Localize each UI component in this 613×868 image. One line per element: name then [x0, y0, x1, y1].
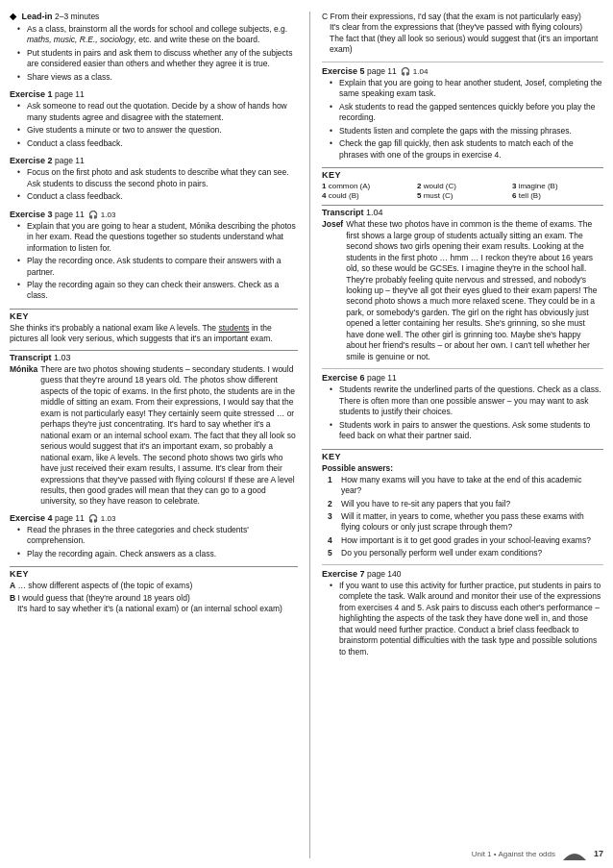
list-item: Play the recording again. Check answers … [17, 549, 298, 559]
exercise-4-section: Exercise 4 page 11 🎧 1.03 Read the phras… [10, 513, 298, 559]
key-5-item-6: 6 tell (B) [512, 191, 603, 200]
transcript-103-row: Mónika There are two photos showing stud… [10, 364, 298, 508]
list-item: Check the gap fill quickly, then ask stu… [330, 138, 603, 161]
exercise-6-section: Exercise 6 page 11 Students rewrite the … [322, 373, 603, 441]
section-divider-3 [322, 564, 603, 565]
section-divider-2 [322, 368, 603, 369]
list-item: 2Will you have to re-sit any papers that… [328, 499, 603, 509]
exercise-3-title: Exercise 3 page 11 🎧 1.03 [10, 210, 298, 219]
exercise-1-title: Exercise 1 page 11 [10, 89, 298, 99]
exercise-1-section: Exercise 1 page 11 Ask someone to read o… [10, 89, 298, 149]
lead-in-minutes: 2–3 minutes [55, 12, 99, 21]
footer-page-number: 17 [594, 849, 603, 858]
list-item: 1How many exams will you have to take at… [328, 475, 603, 497]
list-item: Focus on the first photo and ask student… [17, 167, 298, 189]
transcript-104-text: What these two photos have in common is … [346, 219, 603, 362]
list-item: 3Will it matter, in years to come, wheth… [328, 511, 603, 533]
key-c-text: C From their expressions, I'd say (that … [322, 12, 603, 56]
key-c-item-1: C From their expressions, I'd say (that … [322, 12, 603, 22]
transcript-104-box: Transcript 1.04 Josef What these two pho… [322, 205, 603, 362]
list-item: Read the phrases in the three categories… [17, 525, 298, 547]
exercise-7-bullets: If you want to use this activity for fur… [322, 581, 603, 657]
footer: Unit 1 • Against the odds 17 [10, 847, 603, 860]
exercise-7-section: Exercise 7 page 140 If you want to use t… [322, 569, 603, 657]
list-item: Students work in pairs to answer the que… [330, 420, 603, 442]
list-item: Students listen and complete the gaps wi… [330, 126, 603, 136]
list-item: 4How important is it to get good grades … [328, 535, 603, 546]
lead-in-bullets: As a class, brainstorm all the words for… [10, 24, 298, 83]
list-item: Play the recording once. Ask students to… [17, 256, 298, 278]
list-item: Conduct a class feedback. [17, 138, 298, 149]
transcript-104-speaker: Josef [322, 219, 343, 362]
list-item: Explain that you are going to hear a stu… [17, 221, 298, 254]
right-column: C From their expressions, I'd say (that … [322, 12, 603, 858]
section-divider-1 [322, 62, 603, 62]
exercise-2-bullets: Focus on the first photo and ask student… [10, 167, 298, 202]
list-item: Give students a minute or two to answer … [17, 125, 298, 136]
possible-answers-label: Possible answers: [322, 463, 603, 473]
list-item: Ask students to read the gapped sentence… [330, 102, 603, 124]
key-5-item-2: 2 would (C) [417, 182, 508, 190]
list-item: 5Do you personally perform well under ex… [328, 548, 603, 558]
lead-in-section: ◆ Lead-in 2–3 minutes As a class, brains… [10, 12, 298, 83]
key-5-box: KEY 1 common (A) 2 would (C) 3 imagine (… [322, 167, 603, 200]
transcript-104-row: Josef What these two photos have in comm… [322, 219, 603, 362]
list-item: Conduct a class feedback. [17, 191, 298, 202]
key-4-box: KEY A … show different aspects of (the t… [10, 566, 298, 614]
key-3-label: KEY [10, 309, 298, 321]
key-6-label: KEY [322, 449, 603, 461]
exercise-5-title: Exercise 5 page 11 🎧 1.04 [322, 66, 603, 76]
audio-icon-3: 🎧 [88, 211, 98, 219]
key-6-box: KEY Possible answers: 1How many exams wi… [322, 449, 603, 559]
transcript-104-label: Transcript 1.04 [322, 205, 603, 217]
audio-icon-4: 🎧 [88, 514, 98, 523]
exercise-6-bullets: Students rewrite the underlined parts of… [322, 384, 603, 441]
key-4-items: A … show different aspects of (the topic… [10, 581, 298, 614]
footer-unit-label: Unit 1 • Against the odds [472, 850, 555, 858]
key-5-label: KEY [322, 167, 603, 180]
exercise-4-title: Exercise 4 page 11 🎧 1.03 [10, 513, 298, 523]
transcript-103-box: Transcript 1.03 Mónika There are two pho… [10, 350, 298, 508]
list-item: Share views as a class. [17, 72, 298, 83]
key-5-item-4: 4 could (B) [322, 191, 413, 200]
list-item: As a class, brainstorm all the words for… [17, 24, 298, 46]
exercise-4-bullets: Read the phrases in the three categories… [10, 525, 298, 559]
footer-curve-icon [563, 847, 586, 860]
key-5-item-5: 5 must (C) [417, 191, 508, 200]
key-4-item-a: A … show different aspects of (the topic… [10, 581, 298, 591]
column-divider [309, 12, 310, 858]
list-item: Students rewrite the underlined parts of… [330, 384, 603, 417]
key-5-item-3: 3 imagine (B) [512, 182, 603, 190]
key-3-box: KEY She thinks it's probably a national … [10, 309, 298, 345]
transcript-103-text: There are two photos showing students – … [40, 364, 298, 508]
key-c-item-2: It's clear from the expressions that (th… [322, 22, 603, 33]
left-column: ◆ Lead-in 2–3 minutes As a class, brains… [10, 12, 298, 858]
key-5-grid: 1 common (A) 2 would (C) 3 imagine (B) 4… [322, 182, 603, 200]
audio-icon-5: 🎧 [401, 67, 410, 76]
exercise-1-bullets: Ask someone to read out the quotation. D… [10, 101, 298, 149]
key-4-label: KEY [10, 566, 298, 579]
key-3-text: She thinks it's probably a national exam… [10, 323, 298, 345]
key-c-item-3: The fact that (they all look so serious)… [322, 34, 603, 56]
exercise-7-title: Exercise 7 page 140 [322, 569, 603, 579]
list-item: Ask someone to read out the quotation. D… [17, 101, 298, 123]
transcript-103-label: Transcript 1.03 [10, 350, 298, 362]
diamond-bullet: ◆ [10, 12, 16, 21]
exercise-3-bullets: Explain that you are going to hear a stu… [10, 221, 298, 302]
exercise-5-bullets: Explain that you are going to hear anoth… [322, 78, 603, 161]
list-item: If you want to use this activity for fur… [330, 581, 603, 657]
key-4-item-b: B I would guess that (they're around 18 … [10, 593, 298, 615]
lead-in-title: ◆ Lead-in 2–3 minutes [10, 12, 298, 21]
list-item: Explain that you are going to hear anoth… [330, 78, 603, 100]
list-item: Put students in pairs and ask them to di… [17, 48, 298, 70]
exercise-6-title: Exercise 6 page 11 [322, 373, 603, 383]
exercise-2-section: Exercise 2 page 11 Focus on the first ph… [10, 156, 298, 202]
exercise-2-title: Exercise 2 page 11 [10, 156, 298, 165]
exercise-3-section: Exercise 3 page 11 🎧 1.03 Explain that y… [10, 210, 298, 302]
key-c-box: C From their expressions, I'd say (that … [322, 12, 603, 56]
key-5-item-1: 1 common (A) [322, 182, 413, 190]
list-item: Play the recording again so they can che… [17, 280, 298, 302]
transcript-103-speaker: Mónika [10, 364, 37, 508]
key-6-list: 1How many exams will you have to take at… [322, 475, 603, 559]
lead-in-label: Lead-in [22, 12, 53, 21]
